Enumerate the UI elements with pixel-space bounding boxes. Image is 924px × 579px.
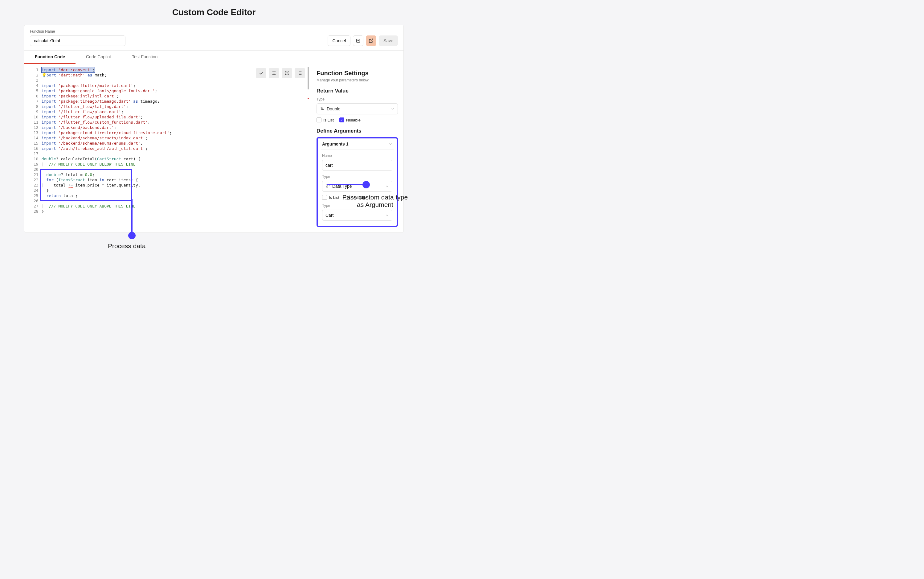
list-icon bbox=[297, 70, 302, 75]
arg-type-label: Type bbox=[322, 175, 392, 179]
return-type-select[interactable]: ％Double bbox=[317, 103, 398, 114]
open-external-button[interactable] bbox=[366, 36, 376, 46]
code-lines[interactable]: import 'dart:convert'; 💡port 'dart:math'… bbox=[42, 67, 177, 214]
bug-icon bbox=[284, 70, 290, 76]
list-button[interactable] bbox=[295, 68, 305, 78]
settings-title: Function Settings bbox=[317, 70, 398, 77]
chevron-down-icon bbox=[385, 213, 389, 217]
arg-name-input[interactable] bbox=[322, 160, 392, 171]
align-center-icon bbox=[271, 70, 276, 75]
code-area[interactable]: 1234567891011121314151617181920212223242… bbox=[24, 64, 311, 217]
line-gutter: 1234567891011121314151617181920212223242… bbox=[24, 67, 42, 214]
page-title: Custom Code Editor bbox=[0, 0, 428, 25]
cancel-button[interactable]: Cancel bbox=[328, 36, 351, 46]
download-code-button[interactable] bbox=[353, 36, 363, 46]
nullable-checkbox[interactable]: ✓Nullable bbox=[340, 118, 361, 123]
chevron-down-icon bbox=[385, 184, 389, 188]
tab-code-copilot[interactable]: Code Copilot bbox=[75, 51, 121, 64]
lightbulb-icon[interactable]: 💡 bbox=[42, 73, 47, 77]
code-editor-column: 1234567891011121314151617181920212223242… bbox=[24, 64, 311, 232]
arg-name-label: Name bbox=[322, 154, 392, 158]
save-button[interactable]: Save bbox=[379, 36, 398, 46]
debug-button[interactable] bbox=[282, 68, 292, 78]
annotation-line-right bbox=[327, 184, 364, 185]
annotation-pass-data-type: Pass custom data typeas Argument bbox=[336, 194, 414, 208]
minimap[interactable] bbox=[308, 67, 309, 123]
return-type-label: Type bbox=[317, 97, 398, 101]
annotation-dot-right bbox=[362, 181, 370, 188]
define-arguments-heading: Define Arguments bbox=[317, 128, 398, 134]
function-name-label: Function Name bbox=[30, 29, 126, 34]
chevron-down-icon bbox=[391, 107, 395, 111]
arg-type-select[interactable]: Data Type bbox=[322, 181, 392, 192]
svg-point-1 bbox=[286, 72, 288, 74]
validate-button[interactable] bbox=[256, 68, 266, 78]
check-icon bbox=[259, 70, 263, 75]
function-name-input[interactable] bbox=[30, 36, 126, 46]
is-list-checkbox[interactable]: Is List bbox=[317, 118, 334, 123]
chevron-down-icon bbox=[389, 142, 392, 146]
settings-subtitle: Manage your parameters below. bbox=[317, 78, 398, 82]
code-toolbar bbox=[256, 68, 305, 78]
svg-rect-4 bbox=[326, 186, 327, 188]
return-value-heading: Return Value bbox=[317, 88, 398, 94]
format-button[interactable] bbox=[269, 68, 279, 78]
download-icon bbox=[356, 38, 361, 43]
arg-struct-select[interactable]: Cart bbox=[322, 209, 392, 221]
argument-header[interactable]: Arguments 1 bbox=[321, 142, 393, 150]
arguments-highlight-box: Arguments 1 Name Type Data Type Is List … bbox=[317, 137, 398, 227]
tabs: Function Code Code Copilot Test Function bbox=[24, 51, 403, 64]
external-link-icon bbox=[369, 38, 374, 43]
tab-test-function[interactable]: Test Function bbox=[121, 51, 168, 64]
tab-function-code[interactable]: Function Code bbox=[24, 51, 75, 64]
annotation-line-left bbox=[131, 199, 132, 233]
percent-icon: ％ bbox=[320, 106, 324, 111]
editor-header: Function Name Cancel Save bbox=[24, 25, 403, 51]
